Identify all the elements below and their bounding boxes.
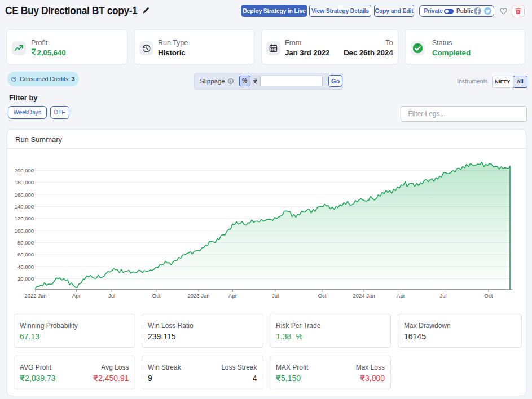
svg-text:20,000: 20,000 — [17, 276, 34, 282]
svg-text:Apr: Apr — [228, 292, 237, 299]
svg-text:2023 Jan: 2023 Jan — [187, 292, 209, 299]
svg-text:Oct: Oct — [318, 292, 327, 299]
svg-text:2024 Jan: 2024 Jan — [353, 292, 375, 299]
svg-text:140,000: 140,000 — [15, 203, 34, 210]
svg-text:Jul: Jul — [108, 292, 115, 299]
svg-text:180,000: 180,000 — [15, 179, 34, 185]
svg-text:80,000: 80,000 — [17, 240, 34, 246]
svg-text:100,000: 100,000 — [15, 228, 34, 234]
svg-text:Oct: Oct — [485, 292, 493, 299]
svg-text:Apr: Apr — [397, 292, 405, 299]
svg-text:120,000: 120,000 — [15, 215, 34, 221]
svg-text:Apr: Apr — [72, 292, 81, 299]
svg-text:2022 Jan: 2022 Jan — [24, 292, 46, 299]
svg-text:200,000: 200,000 — [15, 167, 34, 174]
svg-text:Jul: Jul — [272, 292, 279, 299]
svg-text:160,000: 160,000 — [15, 192, 34, 198]
svg-text:40,000: 40,000 — [17, 264, 34, 270]
svg-text:60,000: 60,000 — [17, 251, 34, 258]
svg-text:Oct: Oct — [152, 292, 161, 299]
svg-text:Jul: Jul — [439, 292, 446, 299]
